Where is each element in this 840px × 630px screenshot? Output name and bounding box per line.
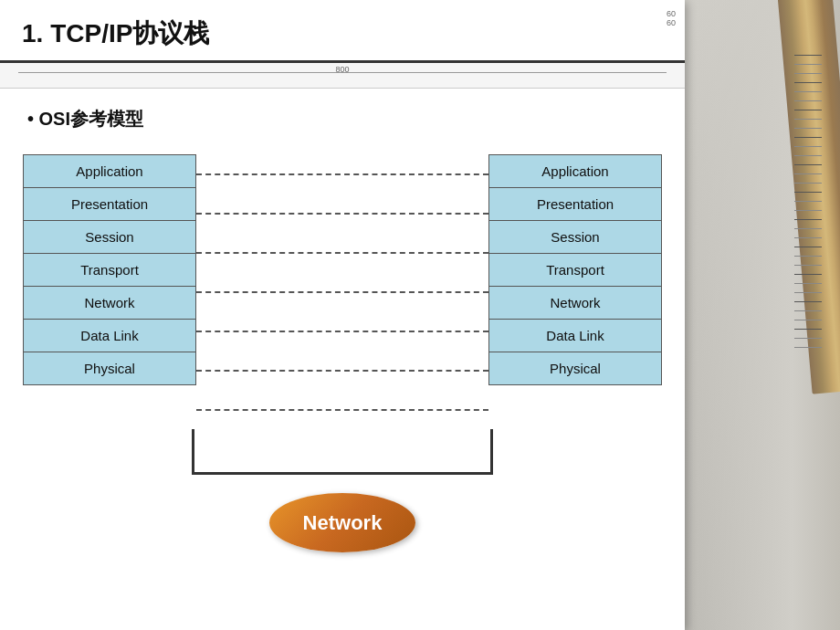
dashed-lines-column — [196, 154, 488, 429]
left-layer-transport: Transport — [23, 253, 196, 286]
slide-content: OSI参考模型 Application Presentation Session… — [0, 89, 685, 571]
slide-title: 1. TCP/IP协议栈 — [22, 16, 209, 51]
dashed-line-1 — [196, 173, 488, 175]
left-layer-physical: Physical — [23, 352, 196, 385]
left-osi-stack: Application Presentation Session Transpo… — [23, 154, 196, 385]
right-layer-datalink: Data Link — [488, 319, 662, 352]
right-layer-network: Network — [488, 286, 662, 319]
right-osi-stack: Application Presentation Session Transpo… — [488, 154, 662, 385]
dashed-line-2 — [196, 213, 488, 215]
left-layer-application: Application — [23, 154, 196, 187]
connector-left-vertical — [192, 429, 194, 475]
dashed-row-6 — [196, 351, 488, 390]
dashed-row-2 — [196, 194, 488, 233]
ruler-graphic — [794, 55, 822, 420]
dashed-row-3 — [196, 233, 488, 272]
right-layer-application: Application — [488, 154, 662, 187]
dashed-line-4 — [196, 291, 488, 293]
network-oval: Network — [269, 493, 415, 552]
slide-measurements: 60 60 — [667, 9, 676, 27]
dashed-line-5 — [196, 331, 488, 332]
left-layer-datalink: Data Link — [23, 319, 196, 352]
right-layer-physical: Physical — [488, 352, 662, 385]
title-bar: 1. TCP/IP协议栈 — [0, 0, 685, 63]
stacks-row: Application Presentation Session Transpo… — [23, 154, 662, 429]
dashed-row-7 — [196, 390, 488, 429]
connector-right-vertical — [490, 429, 493, 475]
right-layer-session: Session — [488, 220, 662, 253]
dashed-line-6 — [196, 370, 488, 372]
right-decoration — [680, 0, 840, 630]
slide: 60 60 1. TCP/IP协议栈 800 OSI参考模型 Applicati… — [0, 0, 685, 630]
dashed-line-7 — [196, 409, 488, 411]
osi-diagram: Application Presentation Session Transpo… — [27, 154, 657, 552]
right-layer-transport: Transport — [488, 253, 662, 286]
ruler-label: 800 — [335, 65, 349, 74]
right-layer-presentation: Presentation — [488, 187, 662, 220]
left-layer-session: Session — [23, 220, 196, 253]
dashed-line-3 — [196, 252, 488, 254]
bottom-connectors — [105, 429, 580, 479]
dashed-row-1 — [196, 154, 488, 194]
network-oval-label: Network — [303, 511, 383, 535]
section-title: OSI参考模型 — [27, 107, 657, 131]
dashed-row-4 — [196, 272, 488, 311]
left-layer-presentation: Presentation — [23, 187, 196, 220]
dashed-row-5 — [196, 311, 488, 351]
connector-horizontal — [192, 472, 493, 475]
ruler-area: 800 — [0, 63, 685, 89]
left-layer-network: Network — [23, 286, 196, 319]
